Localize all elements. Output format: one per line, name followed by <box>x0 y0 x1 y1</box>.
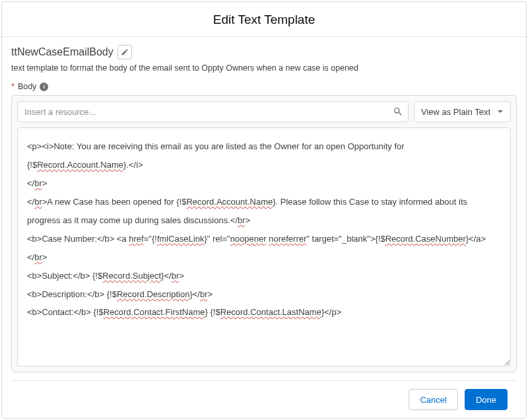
body-line-5: <b>Subject:</b> {!$Record.Subject}</br> <box>27 267 501 285</box>
view-mode-toggle[interactable]: View as Plain Text <box>414 101 511 122</box>
resource-input-wrap <box>17 101 409 122</box>
view-mode-label: View as Plain Text <box>421 107 490 117</box>
info-icon[interactable]: i <box>40 83 48 91</box>
editor-container: View as Plain Text <p><i>Note: You are r… <box>11 95 517 372</box>
modal-header: Edit Text Template <box>2 2 526 37</box>
body-textarea[interactable]: <p><i>Note: You are receiving this email… <box>17 127 511 367</box>
cancel-button[interactable]: Cancel <box>409 389 457 410</box>
resource-input[interactable] <box>17 101 409 122</box>
modal-footer: Cancel Done <box>11 380 517 418</box>
body-line-3: </br>A new Case has been opened for {!$R… <box>27 193 501 230</box>
required-indicator: * <box>11 82 15 91</box>
body-line-7: <b>Contact:</b> {!$Record.Contact.FirstN… <box>27 303 501 322</box>
caret-down-icon <box>497 108 504 115</box>
pencil-icon <box>121 48 129 56</box>
body-label-row: * Body i <box>11 82 517 91</box>
template-name-row: ttNewCaseEmailBody <box>11 45 517 59</box>
modal-title: Edit Text Template <box>2 13 526 27</box>
body-label: Body <box>18 82 37 91</box>
body-line-4: <b>Case Number:</b> <a href="{!fmlCaseLi… <box>27 230 501 267</box>
body-line-2: </br> <box>27 174 501 193</box>
edit-text-template-modal: Edit Text Template ttNewCaseEmailBody te… <box>1 1 527 419</box>
template-description: text template to format the body of the … <box>11 63 517 73</box>
body-line-1: <p><i>Note: You are receiving this email… <box>27 137 501 174</box>
body-line-6: <b>Description:</b> {!$Record.Descriptio… <box>27 285 501 304</box>
modal-body: ttNewCaseEmailBody text template to form… <box>2 37 526 418</box>
edit-name-button[interactable] <box>117 45 132 59</box>
template-name: ttNewCaseEmailBody <box>11 46 114 58</box>
done-button[interactable]: Done <box>465 389 508 410</box>
editor-toolbar: View as Plain Text <box>17 101 511 122</box>
